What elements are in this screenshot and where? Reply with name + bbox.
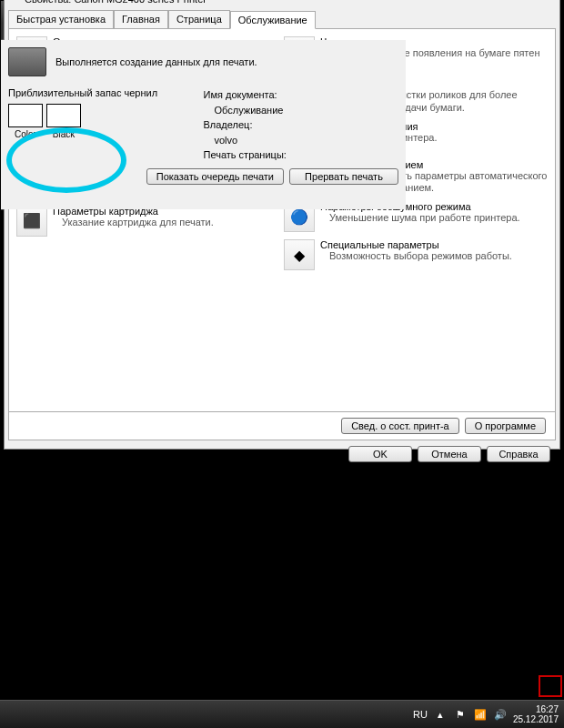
owner-label: Владелец: xyxy=(204,117,399,133)
status-message: Выполняется создание данных для печати. xyxy=(55,56,257,67)
cancel-print-button[interactable]: Прервать печать xyxy=(289,168,398,185)
ink-well-color xyxy=(8,104,43,127)
ink-level-label: Приблизительный запас чернил xyxy=(8,87,204,98)
item-custom-settings[interactable]: ◆ Специальные параметрыВозможность выбор… xyxy=(282,238,549,272)
tray-volume-icon[interactable]: 🔊 xyxy=(493,707,508,722)
taskbar: RU ▴ ⚑ 📶 🔊 16:27 25.12.2017 xyxy=(0,700,564,728)
printer-image-icon xyxy=(8,47,46,76)
clock-date: 25.12.2017 xyxy=(513,714,559,724)
ink-color: Color xyxy=(8,104,43,139)
tab-main[interactable]: Главная xyxy=(114,10,168,28)
tray-app-icon[interactable]: ⚑ xyxy=(453,707,468,722)
ink-black: Black xyxy=(46,104,81,139)
owner-value: volvo xyxy=(215,133,399,148)
taskbar-clock[interactable]: 16:27 25.12.2017 xyxy=(513,704,559,724)
cartridge-icon: ⬛ xyxy=(16,206,47,237)
show-queue-button[interactable]: Показать очередь печати xyxy=(146,168,284,185)
tab-page[interactable]: Страница xyxy=(168,10,230,28)
doc-name-value: Обслуживание xyxy=(215,103,399,118)
tab-maintenance[interactable]: Обслуживание xyxy=(230,11,316,29)
pages-label: Печать страницы: xyxy=(204,147,399,163)
tab-quick-setup[interactable]: Быстрая установка xyxy=(8,10,114,28)
system-tray: RU ▴ ⚑ 📶 🔊 16:27 25.12.2017 xyxy=(413,704,564,724)
red-overlay-icon xyxy=(539,675,562,697)
tab-bar: Быстрая установка Главная Страница Обслу… xyxy=(8,10,556,28)
language-indicator[interactable]: RU xyxy=(413,707,428,722)
status-body: Выполняется создание данных для печати. … xyxy=(1,40,406,209)
about-button[interactable]: О программе xyxy=(465,418,546,434)
window-title: Свойства: Canon MG2400 series Printer xyxy=(5,0,559,8)
outer-button-row: OK Отмена Справка xyxy=(5,440,559,468)
ink-well-black xyxy=(46,104,81,127)
help-button[interactable]: Справка xyxy=(487,446,550,462)
custom-icon: ◆ xyxy=(284,239,315,270)
tray-network-icon[interactable]: 📶 xyxy=(473,707,488,722)
ink-boxes: Color Black xyxy=(8,104,204,139)
tray-up-icon[interactable]: ▴ xyxy=(433,707,448,722)
cancel-button[interactable]: Отмена xyxy=(418,446,481,462)
printer-status-button[interactable]: Свед. о сост. принт-а xyxy=(341,418,459,434)
doc-name-label: Имя документа: xyxy=(204,87,399,103)
inner-button-row: Свед. о сост. принт-а О программе xyxy=(8,412,556,440)
clock-time: 16:27 xyxy=(513,704,559,714)
ok-button[interactable]: OK xyxy=(348,446,412,462)
